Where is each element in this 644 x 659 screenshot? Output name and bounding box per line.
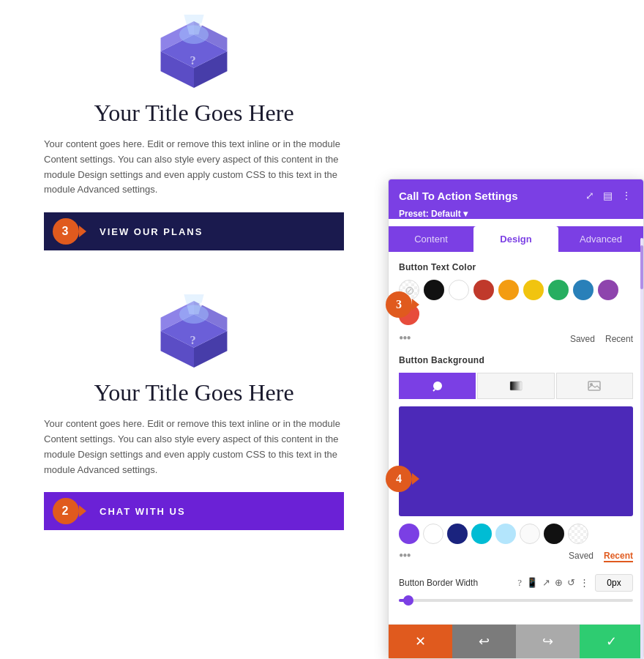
saved-tab-1[interactable]: Saved: [570, 334, 595, 344]
panel-scrollbar[interactable]: [640, 238, 643, 659]
swatch-white[interactable]: [449, 280, 469, 300]
section-1-text: Your content goes here. Edit or remove t…: [44, 137, 344, 198]
svg-text:✦: ✦: [198, 300, 204, 309]
redo-button[interactable]: ↪: [516, 625, 580, 658]
bg-swatch-white2[interactable]: [520, 524, 540, 544]
bg-swatch-checker[interactable]: [568, 524, 588, 544]
step-badge-4: 4: [386, 466, 412, 492]
bg-swatch-white[interactable]: [423, 524, 443, 544]
panel-body: 3 Button Text Color ⊘ ••• Sa: [389, 252, 643, 624]
bg-swatch-cyan[interactable]: [471, 524, 492, 544]
swatch-green[interactable]: [548, 280, 569, 300]
gradient-icon: [509, 381, 523, 391]
image-icon: [588, 381, 601, 391]
bg-type-color[interactable]: [399, 373, 476, 399]
view-plans-label: VIEW OUR PLANS: [100, 226, 203, 237]
panel-layout-icon[interactable]: ▤: [602, 188, 614, 203]
panel-header-icons: ⤢ ▤ ⋮: [584, 188, 633, 203]
panel-title: Call To Action Settings: [399, 190, 518, 202]
bg-type-image[interactable]: [556, 373, 633, 399]
recent-tab-2[interactable]: Recent: [604, 551, 633, 562]
hero-image-2: ? ✦: [44, 294, 344, 368]
undo-button[interactable]: ↩: [452, 625, 516, 658]
swatch-red[interactable]: [473, 280, 494, 300]
panel-header-top: Call To Action Settings ⤢ ▤ ⋮: [399, 188, 633, 203]
box-illustration-1: ? ✦: [150, 15, 238, 88]
hero-image-1: ? ✦: [44, 15, 344, 88]
svg-rect-20: [588, 381, 600, 390]
button-text-color-section: 3 Button Text Color ⊘ ••• Sa: [399, 262, 633, 346]
svg-rect-19: [510, 381, 522, 390]
more-options-icon[interactable]: ⋮: [580, 577, 589, 589]
step-badge-3: 3: [386, 291, 412, 318]
bg-type-row: [399, 373, 633, 399]
bg-swatch-lightblue[interactable]: [495, 524, 516, 544]
device-reset-icon[interactable]: ↺: [567, 577, 575, 589]
swatches-footer-2: ••• Saved Recent: [399, 548, 633, 564]
swatches-footer-1: ••• Saved Recent: [399, 331, 633, 346]
box-illustration-2: ? ✦: [150, 294, 238, 368]
saved-tab-2[interactable]: Saved: [569, 551, 594, 562]
scrollbar-thumb: [640, 245, 643, 289]
panel-tabs: Content Design Advanced: [389, 226, 643, 252]
swatch-tabs-1: Saved Recent: [570, 334, 633, 344]
help-icon[interactable]: ?: [517, 577, 522, 589]
bg-swatch-black[interactable]: [544, 524, 564, 544]
tab-design[interactable]: Design: [473, 226, 558, 252]
swatch-tabs-2: Saved Recent: [569, 551, 633, 562]
panel-header: Call To Action Settings ⤢ ▤ ⋮ Preset: De…: [389, 179, 643, 219]
bg-swatches-row: [399, 524, 633, 544]
section-2: ? ✦ Your Title Goes Here Your content go…: [44, 280, 344, 552]
tab-advanced[interactable]: Advanced: [558, 226, 643, 252]
color-preview-box[interactable]: [399, 406, 633, 516]
chat-with-us-label: CHAT WITH US: [100, 506, 186, 517]
border-width-value[interactable]: 0px: [595, 574, 633, 592]
panel-actions: ✕ ↩ ↪ ✓: [389, 624, 643, 658]
device-hover-icon[interactable]: ⊕: [555, 577, 563, 589]
recent-tab-1[interactable]: Recent: [605, 334, 633, 344]
swatch-more-1[interactable]: •••: [399, 331, 411, 346]
view-plans-button[interactable]: 3 VIEW OUR PLANS: [44, 212, 344, 250]
tab-content[interactable]: Content: [389, 226, 473, 252]
bg-swatch-purple[interactable]: [399, 524, 419, 544]
preset-row: Preset: Default ▾: [399, 209, 633, 219]
swatch-black[interactable]: [424, 280, 444, 300]
device-arrow-icon[interactable]: ↗: [542, 577, 550, 589]
save-button[interactable]: ✓: [580, 625, 643, 658]
panel-expand-icon[interactable]: ⤢: [584, 188, 596, 203]
svg-text:✦: ✦: [198, 21, 204, 29]
chat-with-us-button[interactable]: 2 CHAT WITH US: [44, 492, 344, 530]
bg-swatch-darkblue[interactable]: [447, 524, 468, 544]
svg-text:?: ?: [190, 333, 196, 347]
badge-2: 2: [53, 498, 79, 524]
section-1: ? ✦ Your Title Goes Here Your content go…: [44, 0, 344, 272]
cancel-button[interactable]: ✕: [389, 625, 452, 658]
swatch-more-2[interactable]: •••: [399, 548, 411, 564]
button-bg-label: Button Background: [399, 355, 633, 365]
preset-label: Preset:: [399, 209, 429, 219]
slider-thumb[interactable]: [403, 595, 413, 606]
slider-track[interactable]: [399, 599, 633, 602]
device-phone-icon[interactable]: 📱: [526, 577, 538, 589]
swatch-purple[interactable]: [598, 280, 618, 300]
bg-type-gradient[interactable]: [477, 373, 554, 399]
settings-panel: Call To Action Settings ⤢ ▤ ⋮ Preset: De…: [388, 179, 644, 659]
swatch-blue[interactable]: [573, 280, 594, 300]
button-bg-section: 4 Button Background: [399, 355, 633, 602]
slider-row: [399, 599, 633, 602]
color-fill-icon: [432, 380, 443, 392]
border-width-label: Button Border Width: [399, 578, 517, 588]
border-width-icons: ? 📱 ↗ ⊕ ↺ ⋮: [517, 577, 589, 589]
panel-more-icon[interactable]: ⋮: [620, 188, 633, 203]
svg-text:?: ?: [190, 53, 196, 67]
swatch-gold[interactable]: [498, 280, 519, 300]
button-text-color-label: Button Text Color: [399, 262, 633, 272]
border-width-row: Button Border Width ? 📱 ↗ ⊕ ↺ ⋮ 0px: [399, 574, 633, 592]
preset-value[interactable]: Default ▾: [431, 209, 468, 219]
section-2-title: Your Title Goes Here: [44, 379, 344, 406]
section-2-text: Your content goes here. Edit or remove t…: [44, 417, 344, 477]
swatch-yellow[interactable]: [523, 280, 544, 300]
section-1-title: Your Title Goes Here: [44, 100, 344, 127]
badge-1: 3: [53, 218, 79, 245]
svg-point-18: [433, 381, 442, 390]
